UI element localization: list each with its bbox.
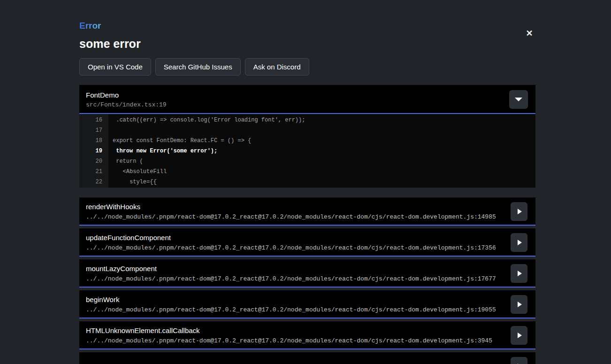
code-line: 19 throw new Error('some error'); bbox=[79, 146, 535, 156]
stack-frame-location: ../../node_modules/.pnpm/react-dom@17.0.… bbox=[86, 306, 503, 313]
collapse-code-button[interactable] bbox=[509, 90, 528, 109]
code-line: 18 export const FontDemo: React.FC = () … bbox=[79, 136, 535, 146]
stack-frame: HTMLUnknownElement.callCallback ../../no… bbox=[79, 321, 535, 349]
error-type-label: Error bbox=[79, 21, 101, 31]
play-icon bbox=[518, 271, 522, 276]
stack-frame-location: ../../node_modules/.pnpm/react-dom@17.0.… bbox=[86, 244, 503, 251]
source-frame-location: src/Fonts/index.tsx:19 bbox=[86, 101, 503, 108]
expand-frame-button[interactable] bbox=[511, 202, 527, 221]
code-line: 22 style={{ bbox=[79, 177, 535, 187]
search-github-issues-button[interactable]: Search GitHub Issues bbox=[155, 58, 241, 76]
source-frame-function: FontDemo bbox=[86, 91, 503, 99]
stack-frame: renderWithHooks ../../node_modules/.pnpm… bbox=[79, 197, 535, 226]
code-line: 17 bbox=[79, 125, 535, 136]
code-line-number: 18 bbox=[79, 136, 108, 146]
code-line-text: export const FontDemo: React.FC = () => … bbox=[108, 136, 251, 146]
stack-frame: beginWork ../../node_modules/.pnpm/react… bbox=[79, 290, 535, 318]
ask-on-discord-button[interactable]: Ask on Discord bbox=[245, 58, 309, 76]
play-icon bbox=[518, 240, 522, 245]
code-line: 16 .catch((err) => console.log('Error lo… bbox=[79, 115, 535, 125]
expand-frame-button[interactable] bbox=[511, 233, 527, 252]
stack-frame-list: renderWithHooks ../../node_modules/.pnpm… bbox=[79, 197, 535, 364]
stack-frame-function: mountLazyComponent bbox=[86, 264, 503, 273]
stack-frame-function: renderWithHooks bbox=[86, 202, 503, 211]
code-line-text: <AbsoluteFill bbox=[108, 167, 167, 177]
expand-frame-button[interactable] bbox=[511, 357, 527, 364]
stack-frame-function: HTMLUnknownElement.callCallback bbox=[86, 326, 503, 335]
code-line: 20 return ( bbox=[79, 156, 535, 167]
stack-frame: mountLazyComponent ../../node_modules/.p… bbox=[79, 259, 535, 288]
code-line-number: 21 bbox=[79, 167, 108, 177]
code-line-number: 17 bbox=[79, 125, 108, 136]
action-button-row: Open in VS Code Search GitHub Issues Ask… bbox=[79, 58, 535, 76]
code-line-text: .catch((err) => console.log('Error loadi… bbox=[108, 115, 305, 125]
open-in-vs-code-button[interactable]: Open in VS Code bbox=[79, 58, 151, 76]
chevron-down-icon bbox=[515, 98, 522, 101]
code-line-text: style={{ bbox=[108, 177, 157, 187]
code-snippet: 16 .catch((err) => console.log('Error lo… bbox=[79, 114, 535, 188]
code-line-number: 22 bbox=[79, 177, 108, 187]
play-icon bbox=[518, 209, 522, 214]
expand-frame-button[interactable] bbox=[511, 295, 527, 314]
expand-frame-button[interactable] bbox=[511, 264, 527, 283]
stack-frame-function: beginWork bbox=[86, 295, 503, 304]
play-icon bbox=[518, 302, 522, 307]
stack-frame-partial bbox=[79, 352, 535, 364]
stack-frame-location: ../../node_modules/.pnpm/react-dom@17.0.… bbox=[86, 337, 503, 344]
code-line-text: throw new Error('some error'); bbox=[108, 146, 217, 156]
expand-frame-button[interactable] bbox=[511, 326, 527, 345]
stack-frame-location: ../../node_modules/.pnpm/react-dom@17.0.… bbox=[86, 275, 503, 282]
stack-frame: updateFunctionComponent ../../node_modul… bbox=[79, 228, 535, 257]
code-line-number: 16 bbox=[79, 115, 108, 125]
code-line-text: return ( bbox=[108, 156, 143, 167]
code-line-number: 20 bbox=[79, 156, 108, 167]
play-icon bbox=[518, 333, 522, 338]
source-frame-card: FontDemo src/Fonts/index.tsx:19 16 .catc… bbox=[79, 85, 535, 188]
stack-frame-location: ../../node_modules/.pnpm/react-dom@17.0.… bbox=[86, 213, 503, 220]
source-frame-header: FontDemo src/Fonts/index.tsx:19 bbox=[79, 85, 535, 114]
code-line-text bbox=[108, 125, 113, 136]
error-overlay: Error some error Open in VS Code Search … bbox=[79, 0, 535, 364]
code-line-number: 19 bbox=[79, 146, 108, 156]
code-line: 21 <AbsoluteFill bbox=[79, 167, 535, 177]
stack-frame-function: updateFunctionComponent bbox=[86, 233, 503, 242]
error-message: some error bbox=[79, 37, 535, 51]
